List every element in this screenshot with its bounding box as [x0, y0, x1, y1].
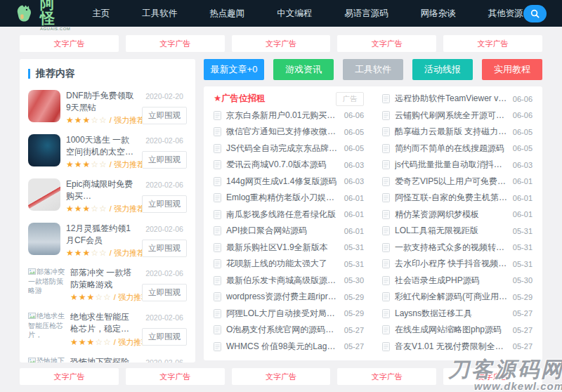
article-title[interactable]: 阿狸LOL大厅自动接受对局工具	[226, 308, 339, 320]
article-row[interactable]: 京东白条新用户0.01元购买3个月爱奇艺黄... 06-06	[214, 107, 364, 124]
menu-item[interactable]: 热点趣闻	[209, 8, 244, 20]
menu-item[interactable]: 中文编程	[277, 8, 312, 20]
article-title[interactable]: 一款支持格式众多的视频转换器	[395, 242, 508, 254]
article-title[interactable]: O泡易支付系统官网的源码开源	[226, 324, 339, 336]
text-ad-slot[interactable]: 文字广告	[232, 35, 331, 52]
article-title[interactable]: js代码批量批量自动取消抖音关注	[395, 159, 508, 171]
text-ad-slot[interactable]: 文字广告	[337, 35, 436, 52]
article-title[interactable]: 去水印小程序 快手抖音视频搬运工上热门...	[395, 258, 508, 270]
view-now-button[interactable]: 立即围观	[142, 328, 187, 346]
article-row[interactable]: 简约而不简单的在线搜题源码 06-05	[382, 141, 532, 157]
article-title[interactable]: 在线生成网站缩略图php源码	[395, 324, 508, 336]
text-ad-slot[interactable]: 文字广告	[126, 368, 225, 385]
article-title[interactable]: 微信官方通知已支持修改微信号	[226, 126, 339, 138]
article-row[interactable]: 爱讯云商城V0.7.0版本源码 06-03	[214, 157, 364, 174]
article-title[interactable]: Laysns数据迁移工具	[395, 308, 508, 320]
text-ad-slot[interactable]: 文字广告	[20, 368, 119, 385]
article-title[interactable]: 南瓜影视多线路任意看绿化版	[226, 209, 339, 221]
menu-item[interactable]: 网络杂谈	[421, 8, 456, 20]
brand-logo[interactable]: 阿怪 AGUAIS.COM	[15, 0, 71, 31]
article-row[interactable]: 阿狸LOL大厅自动接受对局工具 05-29	[214, 306, 364, 322]
article-title[interactable]: 远程协助软件TeamViewer v11 单文件版	[395, 93, 508, 105]
article-row[interactable]: 爱奇艺VIP5以上用户可免费发爱奇艺VIP红包 06-01	[382, 174, 532, 190]
view-now-button[interactable]: 立即围观	[142, 195, 187, 213]
category-tab[interactable]: 最新文章+0	[204, 59, 264, 80]
article-title[interactable]: 阿怪互联-自家的免费主机第一批正式开启	[395, 192, 508, 204]
article-title[interactable]: 彩虹代刷全解源码(可商业用途 防黑)	[395, 291, 508, 303]
view-now-button[interactable]: 立即围观	[142, 151, 187, 169]
article-row[interactable]: WHMCS 价值98美元的Lagom模板开源 05-27	[214, 339, 364, 355]
article-title[interactable]: 社会语录生成PHP源码	[395, 275, 508, 287]
text-ad-slot[interactable]: 文字广告	[337, 368, 436, 385]
article-title[interactable]: Emlog重构精仿老版小刀娱乐网HFoldao模...	[226, 192, 339, 204]
recommended-item[interactable]: 绝地求生智能压枪芯片， 绝地求生智能压枪芯片，稳定大号使用，永久免费 ★★★☆☆…	[20, 307, 195, 351]
recommended-item[interactable]: 12月灵狐签约领1月CF会员 ★★★☆☆/ 强力推荐 2020-02-06 立即…	[20, 218, 195, 263]
article-row[interactable]: 去水印小程序 快手抖音视频搬运工上热门... 05-31	[382, 256, 532, 273]
recommended-item[interactable]: Epic商城限时免费购买《SUPERHOT》游戏 ★★★☆☆/ 强力推荐 202…	[20, 174, 195, 218]
article-row[interactable]: LOL工具箱无限视距版 05-31	[382, 223, 532, 240]
recommended-item[interactable]: 1000天逃生 一款空间街机的太空模拟经营游戏 ★★★☆☆/ 强力推荐 2020…	[20, 130, 195, 174]
article-row[interactable]: 在线生成网站缩略图php源码 05-27	[382, 322, 532, 339]
article-title[interactable]: JS代码全自动完成京东品牌狂欢城活动任务	[226, 143, 339, 155]
category-tab[interactable]: 实用教程	[482, 59, 542, 80]
article-title[interactable]: 酷享磁力云最新版 支持磁力搜索下载和一...	[395, 126, 508, 138]
category-tab[interactable]: 活动线报	[412, 59, 473, 80]
category-tab[interactable]: 工具软件	[343, 59, 403, 80]
article-row[interactable]: 一款支持格式众多的视频转换器 05-31	[382, 240, 532, 256]
article-row[interactable]: 音友V1.01 无视付费限制全网音乐无损免费... 05-27	[382, 339, 532, 355]
view-now-button[interactable]: 立即围观	[142, 284, 187, 301]
article-row[interactable]: 远程协助软件TeamViewer v11 单文件版 06-06	[382, 91, 532, 107]
article-title[interactable]: API接口聚合网站源码	[226, 225, 339, 237]
text-ad-slot[interactable]: 文字广告	[232, 368, 331, 385]
article-row[interactable]: 彩虹代刷全解源码(可商业用途 防黑) 05-29	[382, 289, 532, 306]
article-title[interactable]: 精仿某资源网织梦模板	[395, 209, 508, 221]
article-title[interactable]: 最新伯乐发卡商城高级版源码 无后门	[226, 275, 339, 287]
article-title[interactable]: 爱讯云商城V0.7.0版本源码	[226, 159, 339, 171]
recommended-item[interactable]: 恐怖地下室探险 一款恐怖 恐怖地下室探险 一款恐怖逃生解谜类游戏 ★★★☆☆/ …	[20, 352, 195, 362]
article-row[interactable]: 花呗新上线的功能太强大了 05-31	[214, 256, 364, 273]
article-row[interactable]: Laysns数据迁移工具 05-27	[382, 306, 532, 322]
article-row[interactable]: 最新伯乐发卡商城高级版源码 无后门 05-30	[214, 273, 364, 289]
article-title[interactable]: 最新乐购社区V1.9全新版本	[226, 242, 339, 254]
article-title[interactable]: 花呗新上线的功能太强大了	[226, 258, 339, 270]
document-icon	[382, 160, 390, 169]
article-row[interactable]: JS代码全自动完成京东品牌狂欢城活动任务 06-05	[214, 141, 364, 157]
text-ad-slot[interactable]: 文字广告	[443, 368, 542, 385]
article-row[interactable]: 社会语录生成PHP源码 05-30	[382, 273, 532, 289]
recommended-item[interactable]: DNF助手免费领取9天黑钻 ★★★☆☆/ 强力推荐 2020-02-20 立即围…	[20, 86, 195, 130]
article-row[interactable]: Emlog重构精仿老版小刀娱乐网HFoldao模... 06-01	[214, 190, 364, 207]
article-title[interactable]: 云铺购代刷网系统全开源可运营程序搭建	[395, 110, 508, 122]
menu-item[interactable]: 易语言源码	[344, 8, 388, 20]
article-row[interactable]: js代码批量批量自动取消抖音关注 06-03	[382, 157, 532, 174]
article-title[interactable]: 音友V1.01 无视付费限制全网音乐无损免费...	[395, 341, 508, 353]
view-now-button[interactable]: 立即围观	[142, 107, 187, 124]
article-row[interactable]: wordpress资源付费主题ripro6.7含美化包... 05-29	[214, 289, 364, 306]
article-row[interactable]: API接口聚合网站源码 06-01	[214, 223, 364, 240]
article-title[interactable]: wordpress资源付费主题ripro6.7含美化包...	[226, 291, 339, 303]
view-now-button[interactable]: 立即围观	[142, 240, 187, 257]
article-title[interactable]: 京东白条新用户0.01元购买3个月爱奇艺黄...	[226, 110, 339, 122]
article-row[interactable]: 精仿某资源网织梦模板 06-01	[382, 207, 532, 223]
text-ad-slot[interactable]: 文字广告	[443, 35, 542, 52]
article-title[interactable]: 简约而不简单的在线搜题源码	[395, 143, 508, 155]
article-row[interactable]: O泡易支付系统官网的源码开源 05-27	[214, 322, 364, 339]
article-row[interactable]: 云铺购代刷网系统全开源可运营程序搭建 06-06	[382, 107, 532, 124]
article-row[interactable]: 阿怪互联-自家的免费主机第一批正式开启 06-01	[382, 190, 532, 207]
search-button[interactable]	[523, 5, 547, 22]
article-row[interactable]: 144g网页生成v1.4修复版源码 06-03	[214, 174, 364, 190]
text-ad-slot[interactable]: 文字广告	[20, 35, 119, 52]
article-row[interactable]: 酷享磁力云最新版 支持磁力搜索下载和一... 06-05	[382, 124, 532, 141]
category-tab[interactable]: 游戏资讯	[273, 59, 334, 80]
menu-item[interactable]: 工具软件	[142, 8, 177, 20]
text-ad-slot[interactable]: 文字广告	[126, 35, 225, 52]
article-title[interactable]: WHMCS 价值98美元的Lagom模板开源	[226, 341, 339, 353]
menu-item[interactable]: 主页	[92, 8, 110, 20]
article-row[interactable]: 微信官方通知已支持修改微信号 06-05	[214, 124, 364, 141]
article-row[interactable]: 最新乐购社区V1.9全新版本 05-31	[214, 240, 364, 256]
article-row[interactable]: 南瓜影视多线路任意看绿化版 06-01	[214, 207, 364, 223]
article-title[interactable]: 爱奇艺VIP5以上用户可免费发爱奇艺VIP红包	[395, 176, 508, 188]
menu-item[interactable]: 其他资源	[488, 8, 523, 20]
article-title[interactable]: 144g网页生成v1.4修复版源码	[226, 176, 339, 188]
recommended-item[interactable]: 部落冲突 一款塔防策略游 部落冲突 一款塔防策略游戏 ★★★☆☆/ 强力推荐 2…	[20, 263, 195, 307]
article-title[interactable]: LOL工具箱无限视距版	[395, 225, 508, 237]
